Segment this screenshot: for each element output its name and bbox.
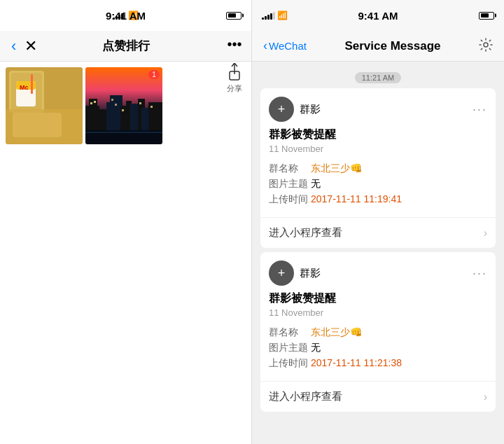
left-back-button[interactable]: ‹ ✕ [11, 37, 37, 55]
right-wifi-icon: 📶 [277, 11, 288, 20]
close-icon: ✕ [24, 37, 37, 55]
chevron-right-icon-1: › [484, 227, 487, 240]
timestamp-text: 11:21 AM [355, 72, 401, 83]
back-label: WeChat [269, 40, 307, 52]
left-photo-content: Mc [0, 62, 251, 444]
upload-time-value-1: 2017-11-11 11:19:41 [311, 193, 402, 206]
right-back-button[interactable]: ‹ WeChat [263, 39, 307, 53]
left-back-chevron: ‹ [11, 37, 16, 55]
mini-program-link-1[interactable]: 进入小程序查看 › [260, 217, 496, 248]
photo-item-city[interactable]: 1 [85, 67, 162, 144]
message-header-1: + 群影 ··· [260, 88, 496, 127]
coffee-svg: Mc [6, 67, 83, 144]
svg-rect-25 [115, 104, 117, 106]
right-signal-icons: 📶 [262, 11, 288, 20]
mini-program-link-text-1: 进入小程序查看 [269, 226, 342, 240]
message-more-icon-1[interactable]: ··· [472, 102, 487, 117]
message-title-1: 群影被赞提醒 [269, 127, 487, 142]
upload-time-label-2: 上传时间 [269, 357, 311, 370]
upload-time-row-2: 上传时间 2017-11-11 11:21:38 [269, 357, 487, 370]
message-card-1: + 群影 ··· 群影被赞提醒 11 November 群名称 东北三少👊 图片… [260, 88, 496, 248]
svg-point-31 [484, 43, 488, 47]
left-time: 9:41 AM [106, 10, 146, 22]
timestamp-bubble: 11:21 AM [252, 73, 504, 83]
upload-time-label-1: 上传时间 [269, 193, 311, 206]
svg-rect-23 [94, 101, 96, 103]
left-panel: 📶 9:41 AM ‹ ✕ 点赞排行 ••• 分享 [0, 0, 252, 444]
photo-grid: Mc [6, 67, 246, 144]
sender-name-2: 群影 [300, 267, 467, 280]
battery-body-right [479, 12, 494, 20]
photo-theme-label-1: 图片主题 [269, 178, 311, 190]
svg-rect-24 [111, 99, 113, 101]
share-label: 分享 [227, 83, 242, 94]
message-card-2: + 群影 ··· 群影被赞提醒 11 November 群名称 东北三少👊 图片… [260, 252, 496, 412]
mini-program-link-text-2: 进入小程序查看 [269, 390, 342, 403]
message-header-2: + 群影 ··· [260, 252, 496, 291]
right-time: 9:41 AM [358, 10, 398, 22]
svg-text:Mc: Mc [20, 84, 29, 91]
svg-rect-22 [90, 102, 92, 104]
more-dots-icon[interactable]: ••• [227, 36, 241, 53]
message-body-1: 群影被赞提醒 11 November 群名称 东北三少👊 图片主题 无 上传时间… [260, 127, 496, 217]
sender-avatar-1: + [269, 97, 294, 122]
right-panel: 📶 9:41 AM ‹ WeChat Service Message 11:21… [252, 0, 504, 444]
svg-rect-26 [122, 109, 124, 111]
message-title-2: 群影被赞提醒 [269, 291, 487, 306]
message-date-1: 11 November [269, 144, 487, 154]
left-title: 点赞排行 [102, 38, 150, 54]
svg-rect-27 [139, 102, 141, 104]
message-date-2: 11 November [269, 307, 487, 318]
share-svg [227, 63, 242, 81]
sender-avatar-2: + [269, 261, 294, 286]
group-name-label-1: 群名称 [269, 162, 311, 175]
mini-program-link-2[interactable]: 进入小程序查看 › [260, 381, 496, 412]
gear-svg [479, 38, 493, 52]
left-nav-bar: ‹ ✕ 点赞排行 [0, 31, 251, 62]
svg-rect-30 [85, 132, 162, 133]
group-name-row-1: 群名称 东北三少👊 [269, 162, 487, 175]
group-name-row-2: 群名称 东北三少👊 [269, 326, 487, 339]
group-name-value-1: 东北三少👊 [311, 162, 362, 175]
left-battery [226, 12, 241, 20]
avatar-plus-icon: + [278, 102, 286, 117]
right-battery [479, 12, 494, 20]
svg-rect-9 [13, 113, 62, 137]
avatar-plus-icon-2: + [278, 266, 286, 281]
upload-time-row-1: 上传时间 2017-11-11 11:19:41 [269, 193, 487, 206]
right-nav-bar: ‹ WeChat Service Message [252, 31, 504, 62]
share-area[interactable]: 分享 [223, 61, 246, 94]
right-status-bar: 📶 9:41 AM [252, 0, 504, 31]
group-name-value-2: 东北三少👊 [311, 326, 362, 339]
right-title: Service Message [307, 39, 479, 53]
photo-theme-label-2: 图片主题 [269, 342, 311, 354]
photo-theme-value-2: 无 [311, 342, 321, 354]
left-status-bar: 📶 9:41 AM [0, 0, 251, 31]
photo-theme-row-1: 图片主题 无 [269, 178, 487, 190]
message-body-2: 群影被赞提醒 11 November 群名称 东北三少👊 图片主题 无 上传时间… [260, 291, 496, 381]
upload-time-value-2: 2017-11-11 11:21:38 [311, 357, 402, 370]
photo-theme-value-1: 无 [311, 178, 321, 190]
chevron-right-icon-2: › [484, 391, 487, 403]
left-overlay-icons: ••• 分享 [223, 36, 246, 94]
message-more-icon-2[interactable]: ··· [472, 266, 487, 281]
svg-rect-7 [31, 74, 33, 94]
share-icon[interactable] [223, 61, 246, 83]
svg-rect-28 [150, 106, 153, 108]
back-chevron-icon: ‹ [263, 39, 267, 53]
settings-gear-icon[interactable] [479, 38, 493, 55]
battery-body-left [226, 12, 241, 20]
photo-theme-row-2: 图片主题 无 [269, 342, 487, 354]
sender-name-1: 群影 [300, 103, 467, 116]
photo-badge: 1 [148, 70, 160, 79]
group-name-label-2: 群名称 [269, 326, 311, 339]
messages-content: 11:21 AM + 群影 ··· 群影被赞提醒 11 November 群名称… [252, 62, 504, 444]
right-signal-bars [262, 11, 275, 20]
photo-item-coffee[interactable]: Mc [6, 67, 83, 144]
